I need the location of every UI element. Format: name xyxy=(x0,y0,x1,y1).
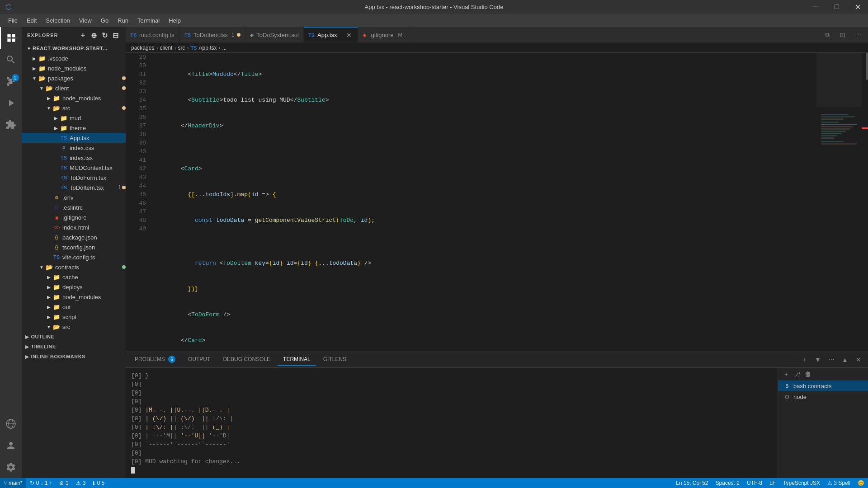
tab-gitignore[interactable]: ◉ .gitignore M xyxy=(358,27,412,42)
add-terminal-sidebar-button[interactable]: + xyxy=(782,370,791,379)
tab-close-button[interactable]: ✕ xyxy=(345,31,353,39)
breadcrumb-src[interactable]: src xyxy=(178,45,185,51)
status-line-endings[interactable]: LF xyxy=(766,478,779,488)
explorer-activity-icon[interactable] xyxy=(0,27,22,49)
terminal-item-bash-contracts[interactable]: $ bash contracts xyxy=(778,380,868,391)
collapse-explorer-button[interactable]: ⊟ xyxy=(111,31,120,40)
sidebar-item-cache[interactable]: ▶ 📁 cache xyxy=(22,272,126,282)
minimize-button[interactable]: ─ xyxy=(806,0,826,14)
sidebar-item-index-tsx[interactable]: ▶ TS index.tsx xyxy=(22,153,126,163)
terminal-launch-profile-button[interactable]: ▼ xyxy=(812,354,824,366)
menu-view[interactable]: View xyxy=(75,15,96,26)
sidebar-item-src-contracts[interactable]: ▼ 📂 src xyxy=(22,322,126,332)
breadcrumb-more[interactable]: ... xyxy=(222,45,226,51)
breadcrumb-packages[interactable]: packages xyxy=(131,45,154,51)
menu-edit[interactable]: Edit xyxy=(22,15,41,26)
panel-tab-terminal[interactable]: TERMINAL xyxy=(278,353,316,366)
split-editor-button[interactable]: ⧉ xyxy=(821,28,834,41)
settings-activity-icon[interactable] xyxy=(0,456,22,478)
sidebar-item-index-css[interactable]: ▶ # index.css xyxy=(22,143,126,153)
source-control-activity-icon[interactable]: 2 xyxy=(0,70,22,92)
maximize-button[interactable]: □ xyxy=(826,0,847,14)
panel-close-button[interactable]: ✕ xyxy=(853,354,864,366)
editor-settings-button[interactable]: ⋯ xyxy=(852,28,864,41)
tab-mud-config[interactable]: TS mud.config.ts xyxy=(126,27,180,42)
panel-maximize-button[interactable]: ▲ xyxy=(839,354,851,366)
menu-selection[interactable]: Selection xyxy=(41,15,74,26)
refresh-explorer-button[interactable]: ↻ xyxy=(100,31,109,40)
section-outline[interactable]: ▶ OUTLINE xyxy=(22,332,126,342)
panel-tab-gitlens[interactable]: GITLENS xyxy=(318,353,352,366)
status-language[interactable]: TypeScript JSX xyxy=(779,478,824,488)
sidebar-item-todoitem[interactable]: ▶ TS ToDoItem.tsx 1 xyxy=(22,183,126,192)
menu-file[interactable]: File xyxy=(4,15,22,26)
sidebar-item-env[interactable]: ▶ ⚙ .env xyxy=(22,192,126,202)
status-info[interactable]: ℹ 0 5 xyxy=(89,478,108,488)
sidebar-item-vscode[interactable]: ▶ 📁 .vscode xyxy=(22,53,126,63)
tab-todoitem[interactable]: TS ToDoItem.tsx 1 xyxy=(180,27,245,42)
menu-terminal[interactable]: Terminal xyxy=(133,15,164,26)
menu-go[interactable]: Go xyxy=(96,15,113,26)
panel-tab-debug-console[interactable]: DEBUG CONSOLE xyxy=(217,353,276,366)
panel-more-button[interactable]: ⋯ xyxy=(826,354,837,366)
sidebar-item-theme[interactable]: ▶ 📁 theme xyxy=(22,123,126,133)
status-feedback[interactable]: 😊 xyxy=(854,478,868,488)
panel-tab-problems[interactable]: PROBLEMS 6 xyxy=(129,353,181,366)
menu-run[interactable]: Run xyxy=(113,15,133,26)
sidebar-item-todoform[interactable]: ▶ TS ToDoForm.tsx xyxy=(22,173,126,183)
sidebar-item-mudcontext[interactable]: ▶ TS MUDContext.tsx xyxy=(22,163,126,173)
editor-layout-button[interactable]: ⊡ xyxy=(836,28,849,41)
sidebar-item-packages[interactable]: ▼ 📂 packages xyxy=(22,73,126,83)
breadcrumb-apptsx[interactable]: App.tsx xyxy=(198,45,217,51)
section-timeline[interactable]: ▶ TIMELINE xyxy=(22,342,126,352)
scrollbar-track[interactable] xyxy=(862,53,868,352)
sidebar-item-vite-config[interactable]: ▶ TS vite.config.ts xyxy=(22,252,126,262)
search-activity-icon[interactable] xyxy=(0,49,22,70)
remote-explorer-activity-icon[interactable] xyxy=(0,413,22,435)
sidebar-item-node-modules-contracts[interactable]: ▶ 📁 node_modules xyxy=(22,292,126,302)
sidebar-item-gitignore-client[interactable]: ▶ ◉ .gitignore xyxy=(22,212,126,222)
status-notifications[interactable]: ⚠ 3 Spell xyxy=(824,478,854,488)
status-encoding[interactable]: UTF-8 xyxy=(743,478,766,488)
terminal-output[interactable]: [0] } [0] [0] [0] [0] |M.--. ||U.--. ||D… xyxy=(126,368,778,478)
sidebar-item-index-html[interactable]: ▶ </> index.html xyxy=(22,222,126,232)
sidebar-item-eslintrc[interactable]: ▶ {} .eslintrc xyxy=(22,202,126,212)
sidebar-item-tsconfig[interactable]: ▶ {} tsconfig.json xyxy=(22,242,126,252)
sidebar-item-client[interactable]: ▼ 📂 client xyxy=(22,83,126,93)
tab-todosystem[interactable]: ◆ ToDoSystem.sol xyxy=(245,27,304,42)
sidebar-item-deploys[interactable]: ▶ 📁 deploys xyxy=(22,282,126,292)
breadcrumb-client[interactable]: client xyxy=(160,45,172,51)
close-button[interactable]: ✕ xyxy=(847,0,868,14)
status-position[interactable]: Ln 15, Col 52 xyxy=(672,478,712,488)
section-inline-bookmarks[interactable]: ▶ INLINE BOOKMARKS xyxy=(22,352,126,361)
status-spaces[interactable]: Spaces: 2 xyxy=(712,478,743,488)
split-terminal-button[interactable]: ⎇ xyxy=(793,370,802,379)
bash-icon: $ xyxy=(783,382,791,389)
tab-app-tsx[interactable]: TS App.tsx ✕ xyxy=(304,27,358,42)
panel-tab-output[interactable]: OUTPUT xyxy=(183,353,216,366)
new-folder-button[interactable]: ⊕ xyxy=(90,31,99,40)
sidebar-item-contracts[interactable]: ▼ 📂 contracts xyxy=(22,262,126,272)
accounts-activity-icon[interactable] xyxy=(0,435,22,456)
sidebar-item-node-modules-root[interactable]: ▶ 📁 node_modules xyxy=(22,63,126,73)
sidebar-item-package-json[interactable]: ▶ {} package.json xyxy=(22,232,126,242)
status-sync-changes[interactable]: ↻ 0 ↓ 1 ↑ xyxy=(26,478,56,488)
code-content[interactable]: <Title>Mudodo</Title> <Subtitle>todo lis… xyxy=(151,53,816,352)
add-terminal-button[interactable]: + xyxy=(798,354,810,366)
new-file-button[interactable]: + xyxy=(79,31,88,40)
sidebar-item-src[interactable]: ▼ 📂 src xyxy=(22,103,126,113)
kill-terminal-button[interactable]: 🗑 xyxy=(803,370,812,379)
sidebar-item-out[interactable]: ▶ 📁 out xyxy=(22,302,126,312)
sidebar-item-script[interactable]: ▶ 📁 script xyxy=(22,312,126,322)
sidebar-item-mud[interactable]: ▶ 📁 mud xyxy=(22,113,126,123)
tree-root[interactable]: ▼ REACT-WORKSHOP-START... xyxy=(22,43,126,53)
status-warnings[interactable]: ⚠ 3 xyxy=(72,478,90,488)
status-git-branch[interactable]: ⑂ main* xyxy=(0,478,26,488)
sidebar-item-node-modules-client[interactable]: ▶ 📁 node_modules xyxy=(22,93,126,103)
extensions-activity-icon[interactable] xyxy=(0,114,22,136)
run-debug-activity-icon[interactable] xyxy=(0,92,22,114)
menu-help[interactable]: Help xyxy=(164,15,185,26)
sidebar-item-app-tsx[interactable]: ▶ TS App.tsx xyxy=(22,133,126,143)
status-errors[interactable]: ⊗ 1 xyxy=(56,478,72,488)
terminal-item-node[interactable]: ⬡ node xyxy=(778,391,868,402)
